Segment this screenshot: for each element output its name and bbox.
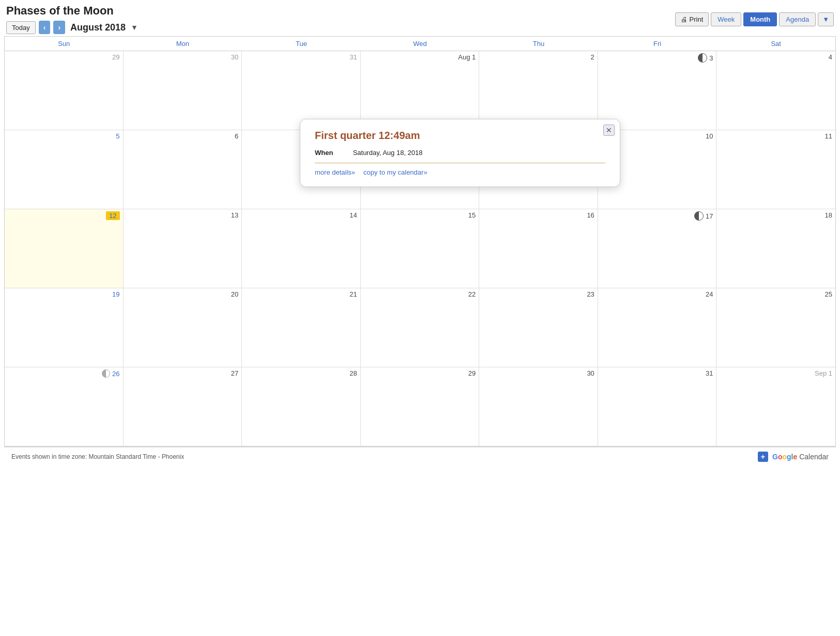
day-number: 22 <box>364 290 476 298</box>
cal-cell-aug27[interactable]: 27 <box>124 367 242 446</box>
cal-cell-aug13[interactable]: 13 <box>124 209 242 288</box>
footer-timezone-text: Events shown in time zone: Mountain Stan… <box>11 453 184 460</box>
cal-cell-aug14[interactable]: 14 <box>242 209 361 288</box>
more-details-link[interactable]: more details» <box>315 168 355 176</box>
day-number: 13 <box>127 211 239 219</box>
prev-arrow[interactable]: ‹ <box>39 21 51 34</box>
agenda-view-button[interactable]: Agenda <box>779 12 816 26</box>
cal-cell-aug11[interactable]: 11 <box>716 130 835 209</box>
cal-cell-aug30[interactable]: 30 <box>479 367 598 446</box>
cal-cell-aug17[interactable]: 17 <box>598 209 717 288</box>
day-number: 25 <box>720 290 832 298</box>
gcal-label: Google Calendar <box>772 453 829 461</box>
day-number: 30 <box>482 369 594 377</box>
popup-title: First quarter 12:49am <box>315 130 605 142</box>
popup-when-row: When Saturday, Aug 18, 2018 <box>315 149 605 157</box>
cal-cell-aug25[interactable]: 25 <box>716 288 835 367</box>
cal-cell-aug19[interactable]: 19 <box>5 288 124 367</box>
day-number: 31 <box>601 369 713 377</box>
day-number: 2 <box>482 53 594 61</box>
print-label: Print <box>690 15 704 23</box>
cal-cell-aug20[interactable]: 20 <box>124 288 242 367</box>
calendar-container: Sun Mon Tue Wed Thu Fri Sat 29 30 31 Aug… <box>4 36 836 447</box>
today-button[interactable]: Today <box>6 21 36 34</box>
month-view-button[interactable]: Month <box>743 12 777 26</box>
day-number: 14 <box>245 211 357 219</box>
calendar-grid: 29 30 31 Aug 1 2 3 4 5 6 7 8 9 10 11 12 … <box>5 51 835 446</box>
popup-when-label: When <box>315 149 351 157</box>
cal-cell-aug16[interactable]: 16 <box>479 209 598 288</box>
day-number: Aug 1 <box>364 53 476 61</box>
month-title: August 2018 <box>70 22 126 33</box>
day-number: 18 <box>720 211 832 219</box>
next-arrow[interactable]: › <box>53 21 65 34</box>
day-number: 24 <box>601 290 713 298</box>
view-controls: 🖨 Print Week Month Agenda ▼ <box>675 12 834 26</box>
cal-cell-aug23[interactable]: 23 <box>479 288 598 367</box>
day-number: 15 <box>364 211 476 219</box>
cal-cell-aug31[interactable]: 31 <box>598 367 717 446</box>
day-number: 21 <box>245 290 357 298</box>
day-number: 30 <box>127 53 239 61</box>
nav-controls: Today ‹ › August 2018 ▼ <box>6 21 138 34</box>
day-header-sun: Sun <box>5 37 124 51</box>
print-button[interactable]: 🖨 Print <box>675 12 709 26</box>
month-dropdown-arrow[interactable]: ▼ <box>131 23 138 32</box>
cal-cell-aug18[interactable]: 18 <box>716 209 835 288</box>
copy-to-calendar-link[interactable]: copy to my calendar» <box>363 168 427 176</box>
moon-new-icon <box>102 369 110 378</box>
cal-cell-aug29[interactable]: 29 <box>361 367 480 446</box>
cal-cell-aug26[interactable]: 26 <box>5 367 124 446</box>
day-header-mon: Mon <box>124 37 242 51</box>
cal-cell-aug4[interactable]: 4 <box>716 51 835 130</box>
day-number: 11 <box>720 132 832 140</box>
day-number: 6 <box>127 132 239 140</box>
cal-cell-aug12-today[interactable]: 12 <box>5 209 124 288</box>
moon-half-icon <box>694 211 704 221</box>
moon-half-icon <box>698 53 707 63</box>
day-number: 3 <box>601 53 713 63</box>
cal-cell-aug21[interactable]: 21 <box>242 288 361 367</box>
day-header-sat: Sat <box>716 37 835 51</box>
week-view-button[interactable]: Week <box>711 12 741 26</box>
cal-cell-row1-mon[interactable]: 30 <box>124 51 242 130</box>
event-popup: ✕ First quarter 12:49am When Saturday, A… <box>300 119 620 187</box>
day-number: 16 <box>482 211 594 219</box>
day-header-fri: Fri <box>598 37 717 51</box>
day-number: 26 <box>8 369 120 378</box>
popup-when-value: Saturday, Aug 18, 2018 <box>353 149 423 157</box>
day-number: 23 <box>482 290 594 298</box>
day-header-thu: Thu <box>479 37 598 51</box>
day-headers: Sun Mon Tue Wed Thu Fri Sat <box>5 37 835 51</box>
cal-cell-aug28[interactable]: 28 <box>242 367 361 446</box>
day-number: 27 <box>127 369 239 377</box>
popup-links: more details» copy to my calendar» <box>315 168 605 176</box>
cal-cell-aug15[interactable]: 15 <box>361 209 480 288</box>
day-number: Sep 1 <box>720 369 832 377</box>
day-number: 17 <box>601 211 713 221</box>
day-number: 4 <box>720 53 832 61</box>
page-title: Phases of the Moon <box>6 4 138 18</box>
day-number: 31 <box>245 53 357 61</box>
cal-cell-sep1[interactable]: Sep 1 <box>716 367 835 446</box>
day-header-tue: Tue <box>242 37 361 51</box>
agenda-dropdown-button[interactable]: ▼ <box>818 12 834 26</box>
google-calendar-badge: + Google Calendar <box>758 452 829 462</box>
cal-cell-aug3[interactable]: 3 <box>598 51 717 130</box>
day-number: 5 <box>8 132 120 140</box>
cal-cell-aug22[interactable]: 22 <box>361 288 480 367</box>
app-header: Phases of the Moon Today ‹ › August 2018… <box>0 0 840 36</box>
today-highlight: 12 <box>106 211 119 220</box>
popup-close-button[interactable]: ✕ <box>603 125 615 136</box>
gcal-text: Calendar <box>799 453 829 461</box>
cal-cell-aug5[interactable]: 5 <box>5 130 124 209</box>
day-number: 28 <box>245 369 357 377</box>
day-number: 29 <box>8 53 120 61</box>
day-number: 20 <box>127 290 239 298</box>
printer-icon: 🖨 <box>681 15 688 23</box>
day-number: 19 <box>8 290 120 298</box>
cal-cell-aug24[interactable]: 24 <box>598 288 717 367</box>
cal-cell-row1-sun[interactable]: 29 <box>5 51 124 130</box>
cal-cell-aug6[interactable]: 6 <box>124 130 242 209</box>
footer: Events shown in time zone: Mountain Stan… <box>4 447 836 466</box>
